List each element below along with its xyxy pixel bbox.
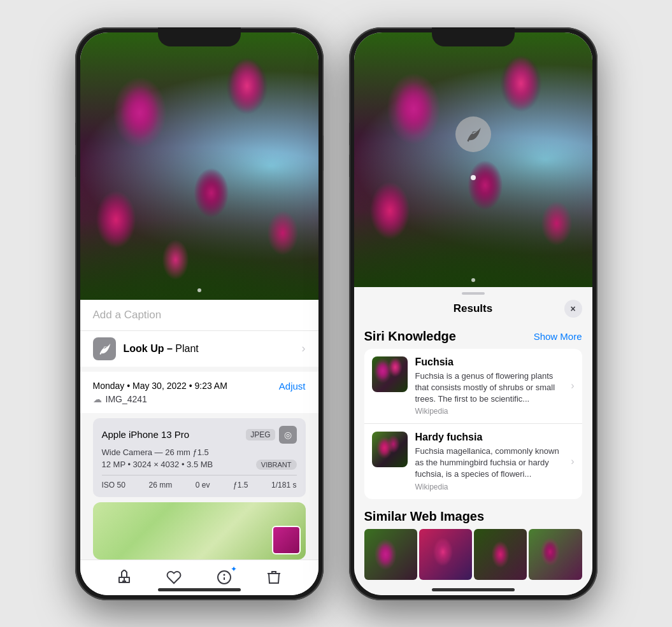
right-photo-dot — [471, 278, 475, 282]
photo-area-left[interactable] — [80, 32, 318, 300]
badges: JPEG ◎ — [246, 426, 296, 444]
right-flower-photo — [354, 32, 592, 287]
format-badge: JPEG — [246, 429, 275, 440]
photo-area-right — [354, 32, 592, 287]
camera-specs: Wide Camera — 26 mm ƒ1.5 12 MP • 3024 × … — [102, 447, 297, 470]
similar-images-grid — [354, 529, 592, 580]
meta-section: Monday • May 30, 2022 • 9:23 AM Adjust ☁… — [80, 372, 318, 413]
fuchsia-source: Wikipedia — [415, 407, 564, 416]
hardy-thumbnail — [372, 432, 408, 467]
lookup-icon — [93, 337, 116, 360]
results-header: Results × — [354, 300, 592, 321]
filename-row: ☁ IMG_4241 — [93, 394, 306, 404]
lookup-label: Look Up – — [124, 343, 173, 354]
fuchsia-chevron: › — [571, 380, 574, 391]
camera-type: Wide Camera — 26 mm ƒ1.5 — [102, 447, 297, 457]
fuchsia-content: Fuchsia Fuchsia is a genus of flowering … — [415, 356, 564, 416]
right-phone: Results × Siri Knowledge Show More Fuchs… — [349, 27, 597, 600]
flower-photo — [80, 32, 318, 300]
similar-image-3[interactable] — [474, 529, 527, 580]
device-row: Apple iPhone 13 Pro JPEG ◎ — [102, 426, 297, 444]
knowledge-card: Fuchsia Fuchsia is a genus of flowering … — [364, 349, 582, 499]
fuchsia-thumbnail — [372, 356, 408, 392]
hardy-content: Hardy fuchsia Fuchsia magellanica, commo… — [415, 432, 564, 491]
share-button[interactable] — [115, 568, 134, 587]
sparkle-badge: ✦ — [231, 565, 237, 574]
right-screen: Results × Siri Knowledge Show More Fuchs… — [354, 32, 592, 595]
fuchsia-name: Fuchsia — [415, 356, 564, 368]
left-phone: Add a Caption Look Up – Plant › Monday — [75, 27, 324, 600]
mp-specs: 12 MP • 3024 × 4032 • 3.5 MB — [102, 460, 213, 469]
caption-placeholder[interactable]: Add a Caption — [93, 309, 162, 321]
right-notch — [432, 27, 515, 46]
leaf-icon — [97, 342, 111, 356]
exif-row: ISO 50 26 mm 0 ev ƒ1.5 1/181 s — [102, 475, 297, 490]
sheet-handle — [462, 292, 485, 295]
similar-image-2[interactable] — [419, 529, 472, 580]
lookup-chevron: › — [302, 342, 306, 355]
spec-row: 12 MP • 3024 × 4032 • 3.5 MB VIBRANT — [102, 460, 297, 470]
favorite-button[interactable] — [164, 568, 183, 587]
hardy-name: Hardy fuchsia — [415, 432, 564, 443]
share-icon — [117, 570, 132, 585]
style-badge: VIBRANT — [256, 460, 297, 470]
notch — [158, 27, 241, 46]
fuchsia-description: Fuchsia is a genus of flowering plants t… — [415, 370, 564, 405]
right-volume-down-button[interactable] — [349, 155, 350, 177]
power-button[interactable] — [323, 136, 324, 171]
map-section[interactable] — [93, 502, 306, 560]
exif-aperture: ƒ1.5 — [233, 481, 248, 490]
similar-title: Similar Web Images — [364, 509, 485, 523]
hardy-description: Fuchsia magellanica, commonly known as t… — [415, 446, 564, 481]
results-title: Results — [454, 302, 492, 315]
map-photo-thumbnail — [272, 526, 301, 554]
hardy-thumb-image — [372, 432, 408, 467]
cloud-icon: ☁ — [93, 394, 102, 404]
heart-icon — [166, 570, 182, 585]
leaf-lookup-icon — [464, 125, 482, 143]
visual-lookup-button[interactable] — [455, 116, 491, 152]
hardy-fuchsia-item[interactable]: Hardy fuchsia Fuchsia magellanica, commo… — [364, 423, 582, 499]
right-home-indicator — [432, 588, 515, 591]
home-indicator — [158, 588, 241, 591]
lookup-text: Look Up – Plant — [124, 343, 199, 355]
show-more-button[interactable]: Show More — [534, 331, 582, 342]
info-button[interactable]: ✦ — [215, 568, 234, 587]
info-icon — [217, 570, 232, 585]
results-sheet: Results × Siri Knowledge Show More Fuchs… — [354, 287, 592, 595]
similar-image-1[interactable] — [364, 529, 417, 580]
fuchsia-item[interactable]: Fuchsia Fuchsia is a genus of flowering … — [364, 349, 582, 424]
similar-images-header: Similar Web Images — [354, 499, 592, 529]
hardy-chevron: › — [571, 456, 574, 467]
siri-knowledge-title: Siri Knowledge — [364, 329, 456, 344]
close-button[interactable]: × — [564, 300, 582, 318]
lookup-dot — [471, 175, 476, 180]
siri-knowledge-header: Siri Knowledge Show More — [354, 321, 592, 349]
date-text: Monday • May 30, 2022 • 9:23 AM — [93, 381, 227, 391]
fuchsia-thumb-image — [372, 356, 408, 392]
volume-up-button[interactable] — [75, 123, 76, 145]
similar-image-4[interactable] — [529, 529, 582, 580]
info-panel: Add a Caption Look Up – Plant › Monday — [80, 300, 318, 595]
device-name: Apple iPhone 13 Pro — [102, 429, 190, 440]
hardy-source: Wikipedia — [415, 483, 564, 491]
caption-area[interactable]: Add a Caption — [80, 300, 318, 330]
location-icon: ◎ — [279, 426, 297, 444]
exif-shutter: 1/181 s — [271, 481, 296, 490]
meta-date-row: Monday • May 30, 2022 • 9:23 AM Adjust — [93, 381, 306, 391]
photo-page-dot — [197, 288, 201, 292]
delete-button[interactable] — [264, 568, 283, 587]
lookup-subject: Plant — [175, 343, 198, 354]
right-power-button[interactable] — [597, 136, 597, 171]
volume-down-button[interactable] — [75, 155, 76, 177]
filename: IMG_4241 — [106, 394, 147, 404]
adjust-button[interactable]: Adjust — [279, 381, 306, 391]
left-screen: Add a Caption Look Up – Plant › Monday — [80, 32, 318, 595]
lookup-row[interactable]: Look Up – Plant › — [80, 330, 318, 367]
exif-focal: 26 mm — [148, 481, 172, 490]
device-section: Apple iPhone 13 Pro JPEG ◎ Wide Camera —… — [93, 418, 306, 497]
exif-iso: ISO 50 — [102, 481, 125, 490]
trash-icon — [267, 570, 281, 585]
exif-ev: 0 ev — [196, 481, 210, 490]
right-volume-up-button[interactable] — [349, 123, 350, 145]
